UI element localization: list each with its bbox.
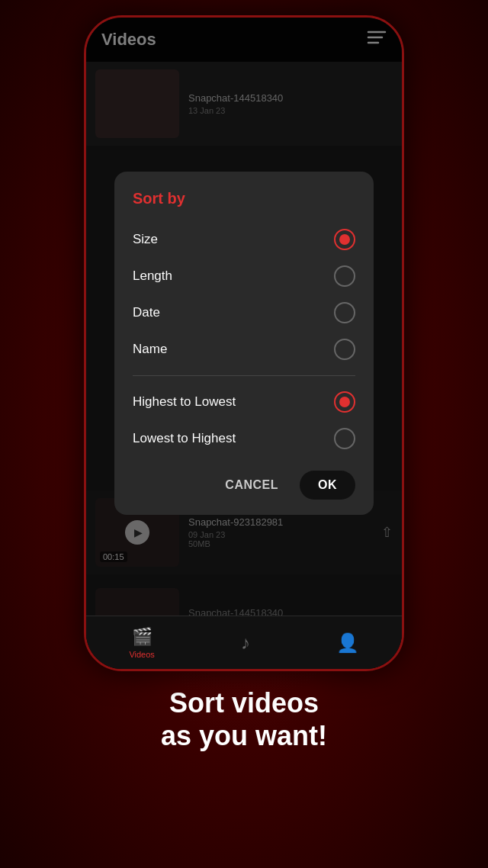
tagline-section: Sort videos as you want! bbox=[161, 686, 327, 752]
phone-frame: Snapchat-144518340 13 Jan 23 Videos bbox=[84, 15, 404, 671]
tagline-line2: as you want! bbox=[161, 719, 327, 752]
order-highest-label: Highest to Lowest bbox=[133, 394, 236, 410]
nav-item-videos[interactable]: 🎬 Videos bbox=[129, 627, 154, 659]
sort-size-label: Size bbox=[133, 232, 158, 247]
tagline-line1: Sort videos bbox=[161, 686, 327, 719]
bottom-navigation: 🎬 Videos ♪ 👤 bbox=[86, 616, 402, 669]
cancel-button[interactable]: CANCEL bbox=[213, 471, 291, 500]
music-nav-icon: ♪ bbox=[241, 632, 250, 654]
videos-nav-icon: 🎬 bbox=[132, 627, 152, 647]
modal-actions: CANCEL OK bbox=[133, 471, 355, 500]
phone-screen: Snapchat-144518340 13 Jan 23 Videos bbox=[86, 18, 402, 669]
order-option-lowest[interactable]: Lowest to Highest bbox=[133, 420, 355, 457]
sort-option-size[interactable]: Size bbox=[133, 221, 355, 258]
profile-nav-icon: 👤 bbox=[336, 632, 359, 654]
sort-length-radio[interactable] bbox=[334, 265, 355, 287]
order-option-highest[interactable]: Highest to Lowest bbox=[133, 384, 355, 420]
nav-item-profile[interactable]: 👤 bbox=[336, 632, 359, 654]
sort-size-radio[interactable] bbox=[334, 229, 355, 250]
modal-overlay: Sort by Size Length Date Na bbox=[86, 18, 402, 669]
sort-date-label: Date bbox=[133, 305, 160, 320]
sort-option-date[interactable]: Date bbox=[133, 294, 355, 331]
modal-divider bbox=[133, 375, 355, 376]
videos-nav-label: Videos bbox=[129, 650, 154, 659]
sort-modal: Sort by Size Length Date Na bbox=[114, 172, 374, 515]
order-lowest-label: Lowest to Highest bbox=[133, 431, 236, 446]
ok-button[interactable]: OK bbox=[300, 471, 355, 500]
sort-option-length[interactable]: Length bbox=[133, 258, 355, 294]
sort-length-label: Length bbox=[133, 268, 172, 284]
modal-title: Sort by bbox=[133, 190, 355, 207]
order-lowest-radio[interactable] bbox=[334, 428, 355, 449]
sort-date-radio[interactable] bbox=[334, 302, 355, 323]
order-highest-radio[interactable] bbox=[334, 391, 355, 413]
sort-name-label: Name bbox=[133, 342, 167, 357]
sort-size-radio-inner bbox=[339, 234, 350, 245]
sort-option-name[interactable]: Name bbox=[133, 331, 355, 368]
nav-item-music[interactable]: ♪ bbox=[241, 632, 250, 654]
order-highest-radio-inner bbox=[339, 397, 350, 407]
sort-name-radio[interactable] bbox=[334, 339, 355, 360]
